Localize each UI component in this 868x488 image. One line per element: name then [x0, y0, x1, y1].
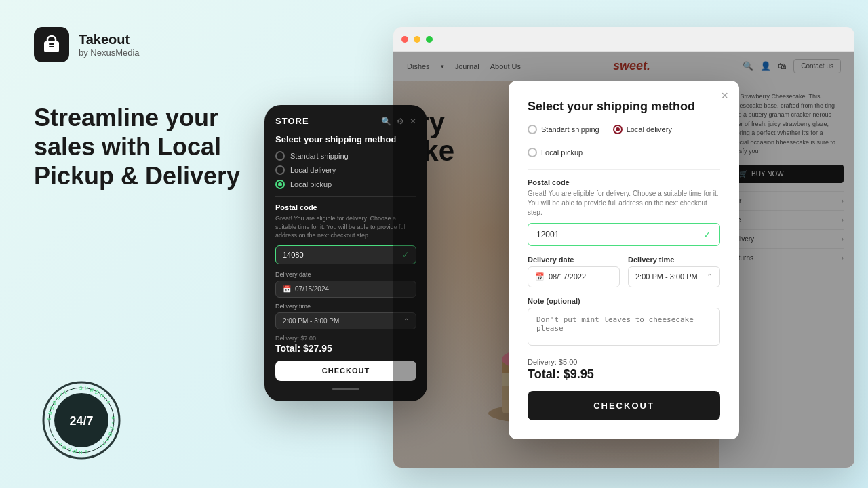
modal-postal-input[interactable]: 12001 ✓: [528, 223, 720, 246]
browser-chrome: [393, 27, 854, 52]
modal-calendar-icon: 📅: [535, 272, 545, 281]
modal-radio-standart-label: Standart shipping: [541, 125, 599, 134]
modal-date-col: Delivery date 📅 08/17/2022: [528, 256, 620, 287]
mobile-date-value: 07/15/2024: [295, 285, 329, 293]
modal-postal-group: Postal code Great! You are eligible for …: [528, 178, 720, 246]
mobile-postal-value: 14080: [283, 251, 304, 259]
modal-close-button[interactable]: ×: [721, 89, 728, 103]
modal-checkout-button[interactable]: CHECKOUT: [528, 391, 720, 420]
mobile-store-label: STORE: [275, 116, 309, 126]
modal-delivery-cost: Delivery: $5.00: [528, 358, 720, 366]
svg-rect-1: [49, 43, 54, 45]
modal-postal-label: Postal code: [528, 178, 720, 186]
modal-time-select[interactable]: 2:00 PM - 3:00 PM ⌃: [628, 266, 720, 287]
browser-content: Dishes ▾ Journal About Us sweet. 🔍 👤 🛍 C…: [393, 52, 854, 468]
calendar-icon: 📅: [283, 285, 291, 293]
brand-text: Takeout by NexusMedia: [79, 32, 140, 58]
modal-date-label: Delivery date: [528, 256, 620, 264]
modal-radio-standart[interactable]: Standart shipping: [528, 125, 599, 134]
modal-postal-desc: Great! You are eligible for delivery. Ch…: [528, 189, 720, 218]
modal-time-label: Delivery time: [628, 256, 720, 264]
modal-date-select[interactable]: 📅 08/17/2022: [528, 266, 620, 287]
modal-radio-row: Standart shipping Local delivery Local p…: [528, 125, 720, 157]
modal-postal-check: ✓: [703, 229, 711, 240]
svg-rect-2: [49, 46, 54, 47]
mobile-radio-circle-local: [275, 165, 285, 175]
modal-radio-local-delivery-circle: [613, 125, 623, 134]
mobile-home-indicator: [332, 388, 359, 390]
mobile-radio-circle-pickup: [275, 180, 285, 189]
modal-time-value: 2:00 PM - 3:00 PM: [635, 272, 698, 281]
takeout-icon: [41, 35, 62, 55]
brand-name: Takeout: [79, 32, 140, 47]
modal-time-col: Delivery time 2:00 PM - 3:00 PM ⌃: [628, 256, 720, 287]
search-icon[interactable]: 🔍: [381, 117, 391, 126]
modal-radio-local-delivery[interactable]: Local delivery: [613, 125, 672, 134]
modal-postal-value: 12001: [536, 230, 559, 239]
modal-radio-local-delivery-label: Local delivery: [627, 125, 672, 134]
browser-dot-green[interactable]: [426, 36, 433, 43]
modal-date-value: 08/17/2022: [549, 272, 586, 281]
mobile-radio-label-pickup: Local pickup: [290, 180, 332, 188]
browser-mockup: Dishes ▾ Journal About Us sweet. 🔍 👤 🛍 C…: [393, 27, 854, 468]
brand-icon: [34, 27, 69, 62]
modal-radio-local-pickup-label: Local pickup: [541, 148, 583, 157]
modal-note-label: Note (optional): [528, 297, 720, 305]
brand-row: Takeout by NexusMedia: [34, 27, 346, 62]
mobile-time-value: 2:00 PM - 3:00 PM: [283, 317, 339, 325]
modal: × Select your shipping method Standart s…: [509, 81, 739, 439]
modal-radio-local-pickup[interactable]: Local pickup: [528, 148, 583, 157]
modal-total-row: Delivery: $5.00 Total: $9.95: [528, 358, 720, 382]
modal-divider-top: [528, 169, 720, 170]
modal-overlay[interactable]: × Select your shipping method Standart s…: [393, 52, 854, 468]
browser-dot-red[interactable]: [401, 36, 408, 43]
brand-sub: by NexusMedia: [79, 47, 140, 58]
headline: Streamline your sales with Local Pickup …: [34, 103, 264, 191]
modal-radio-standart-circle: [528, 125, 537, 134]
modal-radio-local-pickup-circle: [528, 148, 537, 157]
modal-time-arrow: ⌃: [707, 272, 713, 281]
mobile-radio-label-standart: Standart shipping: [290, 152, 349, 160]
modal-date-time-row: Delivery date 📅 08/17/2022 Delivery time…: [528, 256, 720, 287]
mobile-radio-label-local: Local delivery: [290, 166, 336, 174]
modal-title: Select your shipping method: [528, 100, 720, 114]
support-badge: 24/7 support · support · support · suppo…: [41, 380, 122, 461]
modal-total: Total: $9.95: [528, 367, 720, 382]
modal-note-textarea[interactable]: [528, 308, 720, 346]
svg-text:24/7: 24/7: [69, 414, 93, 428]
mobile-radio-circle-standart: [275, 151, 285, 161]
browser-dot-yellow[interactable]: [414, 36, 420, 43]
